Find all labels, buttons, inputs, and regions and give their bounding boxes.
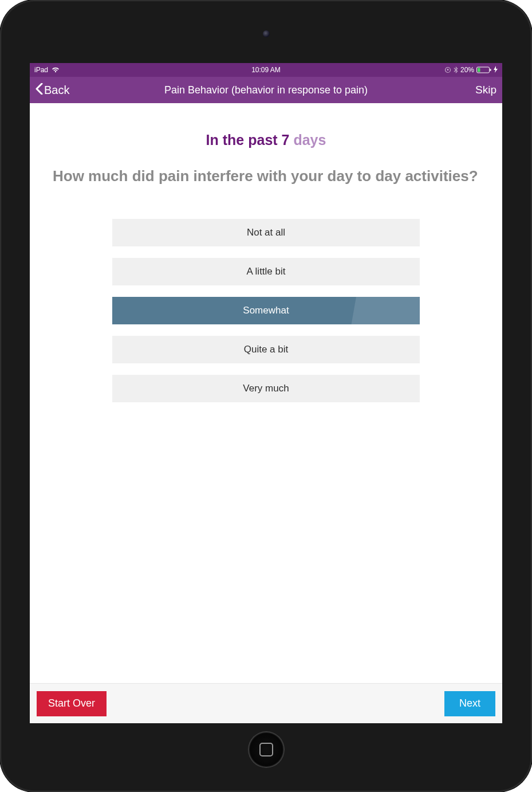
option-a-little-bit[interactable]: A little bit bbox=[112, 258, 419, 285]
option-label: Not at all bbox=[247, 227, 285, 238]
footer-bar: Start Over Next bbox=[30, 683, 502, 723]
wifi-icon bbox=[52, 67, 60, 73]
status-time: 10:09 AM bbox=[189, 66, 344, 74]
start-over-button[interactable]: Start Over bbox=[37, 691, 107, 716]
page-title: Pain Behavior (behavior in response to p… bbox=[30, 84, 502, 96]
options-list: Not at all A little bit Somewhat Quite a… bbox=[112, 219, 419, 402]
nav-bar: Back Pain Behavior (behavior in response… bbox=[30, 77, 502, 103]
back-button[interactable]: Back bbox=[36, 83, 69, 97]
timeframe-count: 7 bbox=[282, 132, 290, 148]
home-button-icon bbox=[259, 743, 273, 756]
option-not-at-all[interactable]: Not at all bbox=[112, 219, 419, 246]
svg-rect-4 bbox=[490, 69, 491, 71]
chevron-left-icon bbox=[36, 83, 43, 97]
next-button[interactable]: Next bbox=[444, 691, 495, 716]
rotation-lock-icon bbox=[444, 66, 451, 73]
option-label: Very much bbox=[243, 383, 289, 394]
front-camera bbox=[263, 30, 270, 37]
back-label: Back bbox=[44, 84, 69, 97]
timeframe-header: In the past 7 days bbox=[53, 132, 479, 148]
skip-button[interactable]: Skip bbox=[475, 84, 496, 96]
home-button[interactable] bbox=[248, 731, 285, 768]
content-area: In the past 7 days How much did pain int… bbox=[30, 103, 502, 683]
timeframe-suffix: days bbox=[289, 132, 326, 148]
option-very-much[interactable]: Very much bbox=[112, 375, 419, 402]
bluetooth-icon bbox=[454, 66, 458, 73]
ipad-frame: iPad 10:09 AM 20% bbox=[0, 0, 532, 792]
svg-rect-3 bbox=[478, 68, 480, 72]
status-bar: iPad 10:09 AM 20% bbox=[30, 63, 502, 77]
charging-icon bbox=[494, 66, 498, 75]
battery-percent: 20% bbox=[460, 66, 474, 74]
battery-icon bbox=[476, 66, 491, 73]
status-left: iPad bbox=[34, 66, 189, 74]
option-somewhat[interactable]: Somewhat bbox=[112, 297, 419, 324]
timeframe-prefix: In the past bbox=[206, 132, 282, 148]
question-text: How much did pain interfere with your da… bbox=[53, 167, 479, 186]
option-quite-a-bit[interactable]: Quite a bit bbox=[112, 336, 419, 363]
svg-rect-1 bbox=[447, 69, 448, 70]
device-label: iPad bbox=[34, 66, 48, 74]
status-right: 20% bbox=[343, 66, 498, 75]
option-label: A little bit bbox=[246, 266, 285, 277]
option-label: Somewhat bbox=[243, 305, 289, 316]
screen: iPad 10:09 AM 20% bbox=[30, 63, 502, 723]
option-label: Quite a bit bbox=[244, 344, 289, 355]
